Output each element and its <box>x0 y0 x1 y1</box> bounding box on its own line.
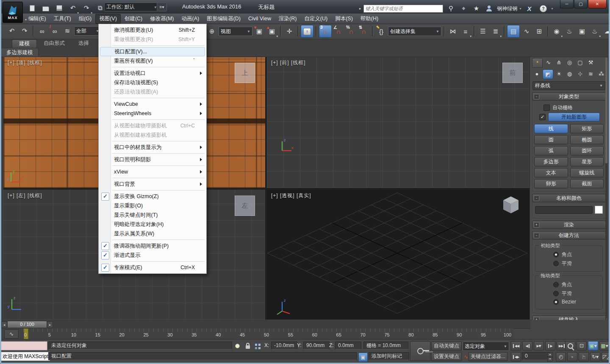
menubar-item[interactable]: 视图(V) <box>95 14 121 24</box>
zoom-extents-icon[interactable]: ▣▾ <box>588 341 598 350</box>
menu-item[interactable]: 设置活动视口 <box>99 69 206 78</box>
create-tab-icon[interactable]: * <box>532 58 543 68</box>
menubar-item[interactable]: 动画(A) <box>177 14 203 24</box>
select-and-scale-icon[interactable]: ⊕ <box>206 25 218 37</box>
edit-named-selection-sets-icon[interactable]: {}✎ <box>375 25 387 37</box>
chevron-down-icon[interactable]: ▾ <box>520 7 521 11</box>
start-new-shape-button[interactable]: 开始新图形 <box>548 113 600 121</box>
minimize-button[interactable]: ─ <box>560 0 574 8</box>
radio-option[interactable]: 角点 <box>553 251 601 258</box>
keyboard-shortcut-override-icon[interactable]: ↑ <box>301 25 313 38</box>
menu-item[interactable]: ✓微调器拖动期间更新(P) <box>99 241 206 251</box>
shape-type-dropdown[interactable]: 样条线▼ <box>532 81 605 90</box>
menu-item[interactable]: 保存活动顶视图(S) <box>99 78 206 87</box>
shape-button[interactable]: 卵形 <box>534 179 568 188</box>
reference-coordinate-dropdown[interactable]: 视图▼ <box>219 27 252 36</box>
ribbon-tab[interactable]: 建模 <box>12 39 37 48</box>
open-file-icon[interactable] <box>40 2 52 14</box>
workspace-menu-button[interactable]: ≡▾ <box>157 3 167 11</box>
key-mode-toggle-icon[interactable]: ◀▶ <box>511 352 521 361</box>
time-slider[interactable]: ◂ 0 / 100 ▸ <box>0 320 530 329</box>
menu-item[interactable]: 显示关键点时间(T) <box>99 210 206 220</box>
chevron-down-icon[interactable]: ▾ <box>552 7 553 11</box>
ribbon-tab[interactable]: 自由形式 <box>37 39 72 47</box>
menu-item[interactable]: 从视图创建物理摄影机Ctrl+C <box>99 121 206 130</box>
help-icon[interactable]: ? <box>538 3 549 14</box>
align-icon[interactable]: ≡▾ <box>460 25 471 37</box>
viewport-label[interactable]: [+] [左] [线框] <box>8 192 42 199</box>
toggle-ribbon-icon[interactable]: ▤ <box>507 25 520 38</box>
undo-icon[interactable]: ↶▾ <box>67 2 79 14</box>
menu-item[interactable]: 视口中的材质显示为 <box>99 143 206 152</box>
menubar-item[interactable]: 自定义(U) <box>300 14 331 24</box>
shape-button[interactable]: 圆 <box>534 135 568 144</box>
radio-option[interactable]: 平滑 <box>553 260 601 267</box>
menu-item[interactable]: 重画所有视图(V)` <box>99 56 206 66</box>
z-coordinate-field[interactable]: 0.0mm <box>335 342 361 350</box>
viewport-label[interactable]: [+] [顶] [线框] <box>8 59 42 66</box>
play-animation-icon[interactable]: ▶▾ <box>534 341 544 350</box>
isolate-selection-icon[interactable]: ▣ <box>360 354 365 360</box>
autodesk-exchange-icon[interactable]: X <box>524 3 535 14</box>
y-coordinate-field[interactable]: 90.0mm <box>303 342 330 350</box>
menu-item[interactable]: 撤消视图更改(U)Shift+Z <box>99 25 206 35</box>
time-slider-handle[interactable]: 0 / 100 <box>7 321 47 328</box>
radio-option[interactable]: 角点 <box>553 281 601 288</box>
rollout-header[interactable]: - 名称和颜色 <box>532 194 606 202</box>
track-bar-ruler[interactable]: 0510152025303540455055606570758085909510… <box>0 328 513 339</box>
zoom-extents-all-icon[interactable]: ▦▾ <box>599 341 610 350</box>
viewcube[interactable] <box>500 194 522 216</box>
absolute-offset-mode-icon[interactable] <box>254 342 263 350</box>
selection-filter-dropdown[interactable]: 全部▼ <box>74 26 101 36</box>
menubar-item[interactable]: 编辑(E) <box>25 14 50 24</box>
adaptive-degradation-icon[interactable] <box>233 342 241 350</box>
ribbon-subtab-polygon-modeling[interactable]: 多边形建模 <box>1 48 39 57</box>
motion-tab-icon[interactable]: ◎ <box>565 58 574 67</box>
menu-item[interactable]: ✓显示变换 Gizmo(Z) <box>99 192 206 201</box>
selection-region-icon[interactable]: ▫ <box>567 352 577 361</box>
render-setup-icon[interactable]: ♨ <box>563 25 575 37</box>
rollout-header[interactable]: + 渲染 <box>532 221 606 229</box>
unlink-selection-icon[interactable]: ∞/ <box>49 25 61 37</box>
maxscript-mini-listener[interactable] <box>1 341 47 350</box>
panel-scrollbar[interactable] <box>605 58 607 318</box>
percent-snap-icon[interactable]: ∩% <box>345 25 357 37</box>
frame-forward-button[interactable]: ▸ <box>47 321 53 328</box>
previous-frame-icon[interactable]: ◀ <box>522 341 532 350</box>
search-icon[interactable]: ⚲ <box>445 3 457 14</box>
undo-icon[interactable]: ↶ <box>6 25 18 37</box>
shape-button[interactable]: 多边形 <box>534 157 568 166</box>
modify-tab-icon[interactable]: ∿ <box>543 58 553 67</box>
utilities-tab-icon[interactable]: ⚒ <box>586 58 596 67</box>
menu-item[interactable]: 还原活动顶视图(A) <box>99 87 206 97</box>
close-button[interactable]: ✕ <box>588 0 607 8</box>
menu-item[interactable]: ViewCube <box>99 99 206 109</box>
autogrid-checkbox[interactable] <box>543 105 550 111</box>
user-account-icon[interactable] <box>483 3 495 14</box>
redo-icon[interactable]: ↷ <box>19 25 30 37</box>
menubar-item[interactable]: 渲染(R) <box>275 14 300 24</box>
material-editor-icon[interactable]: ◉▾ <box>551 25 563 37</box>
systems-category-icon[interactable]: ⁂ <box>596 69 606 78</box>
menu-item[interactable]: 视口照明和阴影 <box>99 155 206 164</box>
search-expand-icon[interactable]: ▸ <box>359 6 361 11</box>
add-time-tag[interactable]: 添加时间标记 <box>369 352 409 360</box>
save-file-icon[interactable] <box>53 2 65 14</box>
app-logo-button[interactable]: MAX ▾ <box>3 2 23 23</box>
menubar-item[interactable]: 创建(C) <box>121 14 146 24</box>
use-selection-center-icon[interactable]: ▣▴▾ <box>266 25 278 37</box>
rollout-header[interactable]: - 对象类型 <box>532 92 606 101</box>
shape-button[interactable]: 矩形 <box>570 124 604 133</box>
rollout-header[interactable]: - 创建方法 <box>532 231 606 240</box>
search-input[interactable] <box>363 5 443 13</box>
redo-icon[interactable]: ↷▾ <box>80 2 92 14</box>
menubar-item[interactable]: 图形编辑器(D) <box>203 14 244 24</box>
lights-category-icon[interactable]: ☀ <box>554 69 564 78</box>
ribbon-tab[interactable]: 选择 <box>72 39 96 47</box>
named-selection-sets-dropdown[interactable]: 创建选择集▼ <box>388 27 441 36</box>
open-mini-curve-editor-button[interactable]: ∿ <box>4 329 19 339</box>
layer-manager-icon[interactable]: ≣▾ <box>490 25 502 37</box>
menu-item[interactable]: 重做视图更改(R)Shift+Y <box>99 35 206 44</box>
auto-key-button[interactable]: 自动关键点 <box>431 342 462 350</box>
set-keys-button[interactable] <box>410 341 430 361</box>
